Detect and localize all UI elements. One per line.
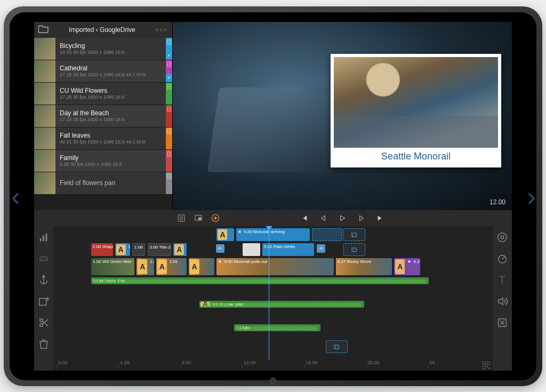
svg-point-28 [499,255,507,263]
clip-tag[interactable] [166,127,172,149]
svg-rect-25 [489,367,490,369]
clip-thumbnail [34,83,55,105]
goto-start-button[interactable] [300,214,308,222]
playhead[interactable] [269,226,269,360]
link-icon[interactable] [38,253,50,265]
library-item[interactable]: Bicycling18.00 30 fps 1920 x 1080 16:9✓ [34,38,172,60]
levels-icon[interactable] [38,231,50,243]
viewer-settings-icon[interactable] [177,214,186,222]
app-screen: Imported ‹ GoogleDrive ○○○ Bicycling18.0… [34,22,512,371]
timeline[interactable]: A★ 5.20 Monorail arriving2.00 Shapes-MA1… [53,226,493,371]
media-library: Imported ‹ GoogleDrive ○○○ Bicycling18.0… [34,22,173,210]
library-item[interactable]: Fall leaves48.21 25 fps 1920 x 1080 16:9… [34,127,172,150]
clip[interactable] [312,228,342,241]
clip-thumbnail [34,172,55,194]
clip-title: Family [60,154,162,162]
fx-icon[interactable] [496,317,508,329]
svg-rect-10 [198,217,201,220]
clip[interactable]: 2.00 Shapes-M [91,243,113,256]
transition-handle[interactable]: ⇔ [317,244,325,253]
text-icon[interactable] [496,274,508,286]
clip-tag[interactable] [166,105,172,127]
library-item[interactable]: CU Wild Flowers17.28 30 fps 1920 x 1080 … [34,83,172,105]
time-ruler[interactable]: 0.004.008.0012.0016.0020.0024. [57,361,489,370]
svg-point-26 [498,233,507,242]
library-breadcrumb[interactable]: Imported ‹ GoogleDrive [54,26,150,34]
anchor-icon[interactable] [38,274,50,286]
clip[interactable]: ★ 9.00 Monorail pulls out [216,258,333,275]
library-item[interactable]: Family8.25 30 fps 1920 x 1080 16:9 [34,150,172,172]
ruler-tick: 16.00 [304,365,366,370]
clip[interactable]: A [189,258,215,275]
clip-tag[interactable] [166,83,172,105]
clip-thumbnail [34,127,55,149]
fx-slot[interactable] [343,243,365,256]
preview-viewport[interactable]: Seattle Monorail 12.00 [173,22,512,210]
qr-icon[interactable] [482,361,491,370]
timeline-tools-right [493,226,512,371]
trash-icon[interactable] [38,338,50,350]
insert-clip-button[interactable] [211,214,220,222]
clip[interactable]: A★ 4.2 [394,258,420,275]
device-nav-next[interactable]: › [527,181,536,212]
folder-icon[interactable] [38,25,49,35]
clip[interactable]: A1.00 [173,243,186,256]
clip-thumbnail [34,105,55,127]
ruler-tick: 4.00 [118,365,180,370]
clip[interactable]: 1.00 [132,243,145,256]
step-forward-button[interactable] [357,214,366,222]
clip[interactable]: 5.20 Plain-White [262,243,314,256]
goto-end-button[interactable] [376,214,385,222]
clip-meta: 17.20 25 fps 1920 x 1080 16:9 [60,117,162,122]
ruler-tick: 8.00 [180,365,242,370]
fx-slot[interactable] [326,340,348,353]
step-back-button[interactable] [319,214,327,222]
svg-rect-12 [39,298,46,305]
speed-icon[interactable] [496,253,508,265]
transition-handle[interactable]: ⇔ [216,244,224,253]
clip[interactable]: A1.01 [136,258,154,275]
clip-title: Cathedral [60,65,162,72]
library-item[interactable]: Cathedral27.15 25 fps 1920 x 1080 16:9 4… [34,60,172,83]
clip[interactable]: 56.04 Exotic Trip [91,277,429,284]
svg-rect-15 [352,233,357,236]
library-item[interactable]: Field of flowers pan [34,172,172,195]
clip-thumbnail [34,60,55,82]
clip-title: Field of flowers pan [60,179,162,187]
clip-meta: 17.28 30 fps 1920 x 1080 16:9 [60,94,162,100]
overlay-image [334,57,498,148]
clip[interactable]: 4.17 Rocky Shore [336,258,392,275]
cut-icon[interactable] [38,317,50,329]
clip-thumbnail [34,150,55,172]
clip-title: Day at the Beach [60,109,162,117]
library-item[interactable]: Day at the Beach17.20 25 fps 1920 x 1080… [34,105,172,127]
clip[interactable]: A18.19 gear grind [199,301,364,308]
transport-bar [34,210,512,226]
overlay-toggle-icon[interactable] [194,214,203,222]
ruler-tick: 0.00 [57,365,118,370]
overlay-caption: Seattle Monorail [334,148,498,162]
clip-title: CU Wild Flowers [60,87,162,94]
clip[interactable] [243,243,260,256]
clip[interactable]: A1.00 [115,243,130,256]
clip[interactable]: 7.13 jer [234,324,320,331]
clip[interactable]: ★ 5.20 Monorail arriving [236,228,310,241]
preview-timecode: 12.00 [489,198,505,206]
clip[interactable]: A [216,228,234,241]
clip-tag[interactable]: ✓ [166,38,172,60]
add-track-icon[interactable] [38,295,50,307]
clip-tag[interactable] [166,150,172,172]
svg-rect-7 [178,215,184,221]
library-more-icon[interactable]: ○○○ [155,27,168,33]
disc-icon[interactable] [496,231,508,243]
clip[interactable]: 1.02 WS Green field [91,258,134,275]
clip-tag[interactable]: ✓ [166,60,172,82]
clip[interactable]: 3.00 Title-2 [148,243,172,256]
clip[interactable]: A1.01 [156,258,187,275]
device-nav-prev[interactable]: ‹ [11,181,20,212]
volume-icon[interactable] [496,295,508,307]
clip-tag[interactable] [166,172,172,194]
home-button[interactable] [270,378,276,384]
fx-slot[interactable] [343,228,365,241]
play-button[interactable] [338,214,347,222]
